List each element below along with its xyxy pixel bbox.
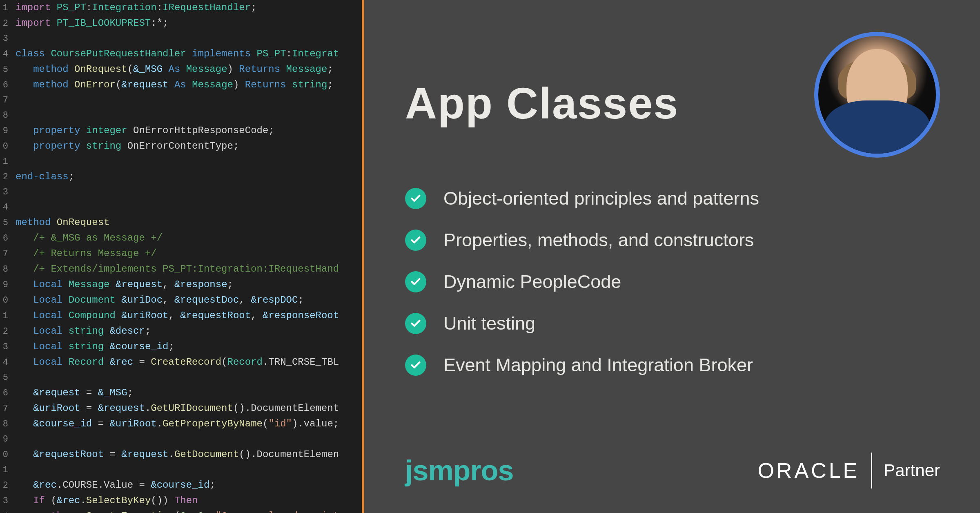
line-number: 8: [0, 108, 16, 123]
line-number: 2: [0, 324, 16, 339]
code-line: 9 property integer OnErrorHttpResponseCo…: [0, 123, 362, 138]
line-number: 2: [0, 170, 16, 185]
code-line: 9 Local Message &request, &response;: [0, 277, 362, 292]
line-number: 2: [0, 478, 16, 493]
code-text: import PS_PT:Integration:IRequestHandler…: [16, 0, 362, 15]
line-number: 1: [0, 154, 16, 169]
check-icon: [405, 271, 426, 292]
list-item: Dynamic PeopleCode: [405, 271, 936, 292]
code-text: property integer OnErrorHttpResponseCode…: [16, 123, 362, 138]
code-line: 1 Local Compound &uriRoot, &requestRoot,…: [0, 308, 362, 323]
line-number: 7: [0, 246, 16, 261]
code-line: 5method OnRequest: [0, 215, 362, 230]
line-number: 9: [0, 432, 16, 447]
code-line: 3 If (&rec.SelectByKey()) Then: [0, 493, 362, 509]
code-line: 7 &uriRoot = &request.GetURIDocument().D…: [0, 401, 362, 416]
oracle-logo: ORACLE: [757, 458, 860, 483]
info-panel: App Classes Object-oriented principles a…: [364, 0, 980, 513]
code-listing: 1import PS_PT:Integration:IRequestHandle…: [0, 0, 362, 513]
instructor-avatar: [814, 32, 940, 158]
feature-list: Object-oriented principles and patternsP…: [405, 188, 936, 396]
code-line: 5 method OnRequest(&_MSG As Message) Ret…: [0, 62, 362, 77]
code-text: class CoursePutRequestHandler implements…: [16, 46, 362, 61]
line-number: 9: [0, 123, 16, 138]
code-text: Local Message &request, &response;: [16, 277, 362, 292]
code-text: Local string &descr;: [16, 323, 362, 339]
line-number: 3: [0, 185, 16, 200]
code-text: method OnRequest: [16, 215, 362, 230]
list-item-text: Event Mapping and Integration Broker: [443, 355, 753, 376]
code-line: 4 Local Record &rec = CreateRecord(Recor…: [0, 355, 362, 370]
code-line: 4class CoursePutRequestHandler implement…: [0, 46, 362, 62]
code-line: 0 &requestRoot = &request.GetDocument().…: [0, 447, 362, 462]
code-line: 1: [0, 154, 362, 169]
line-number: 5: [0, 215, 16, 230]
code-text: property string OnErrorContentType;: [16, 138, 362, 154]
line-number: 5: [0, 370, 16, 385]
code-text: Local Document &uriDoc, &requestDoc, &re…: [16, 292, 362, 308]
oracle-partner-badge: ORACLE Partner: [757, 453, 940, 488]
code-text: /+ &_MSG as Message +/: [16, 230, 362, 245]
code-line: 7 /+ Returns Message +/: [0, 246, 362, 261]
code-line: 4: [0, 200, 362, 215]
line-number: 7: [0, 93, 16, 108]
code-text: &uriRoot = &request.GetURIDocument().Doc…: [16, 401, 362, 416]
check-icon: [405, 313, 426, 334]
line-number: 3: [0, 493, 16, 509]
list-item: Object-oriented principles and patterns: [405, 188, 936, 209]
code-line: 7: [0, 93, 362, 108]
code-line: 2 &rec.COURSE.Value = &course_id;: [0, 477, 362, 493]
line-number: 7: [0, 401, 16, 416]
code-text: throw CreateException(0, 0, "Course alre…: [16, 509, 362, 513]
code-text: import PT_IB_LOOKUPREST:*;: [16, 16, 362, 31]
line-number: 9: [0, 277, 16, 292]
list-item: Unit testing: [405, 313, 936, 334]
line-number: 4: [0, 355, 16, 370]
check-icon: [405, 355, 426, 376]
list-item-text: Object-oriented principles and patterns: [443, 188, 759, 209]
code-text: /+ Returns Message +/: [16, 246, 362, 261]
line-number: 4: [0, 509, 16, 513]
code-line: 8: [0, 108, 362, 123]
list-item-text: Unit testing: [443, 313, 535, 334]
code-line: 1import PS_PT:Integration:IRequestHandle…: [0, 0, 362, 16]
code-line: 3: [0, 185, 362, 200]
line-number: 3: [0, 31, 16, 46]
code-line: 2end-class;: [0, 169, 362, 185]
code-text: Local Record &rec = CreateRecord(Record.…: [16, 355, 362, 370]
footer-logos: jsmpros ORACLE Partner: [405, 453, 940, 488]
code-line: 1: [0, 462, 362, 477]
line-number: 3: [0, 339, 16, 355]
code-text: method OnError(&request As Message) Retu…: [16, 77, 362, 92]
code-line: 9: [0, 432, 362, 447]
code-line: 6 method OnError(&request As Message) Re…: [0, 77, 362, 93]
code-text: &requestRoot = &request.GetDocument().Do…: [16, 447, 362, 462]
list-item-text: Properties, methods, and constructors: [443, 230, 754, 251]
line-number: 6: [0, 386, 16, 401]
code-text: &rec.COURSE.Value = &course_id;: [16, 477, 362, 493]
code-line: 5: [0, 370, 362, 385]
list-item-text: Dynamic PeopleCode: [443, 271, 621, 292]
check-icon: [405, 188, 426, 209]
code-text: &request = &_MSG;: [16, 385, 362, 400]
code-text: end-class;: [16, 169, 362, 184]
line-number: 6: [0, 78, 16, 93]
page-title: App Classes: [405, 78, 679, 129]
code-text: /+ Extends/implements PS_PT:Integration:…: [16, 261, 362, 277]
code-line: 3: [0, 31, 362, 46]
line-number: 6: [0, 231, 16, 246]
line-number: 2: [0, 16, 16, 31]
line-number: 8: [0, 262, 16, 277]
line-number: 4: [0, 200, 16, 215]
line-number: 0: [0, 139, 16, 154]
code-line: 6 &request = &_MSG;: [0, 385, 362, 401]
code-line: 8 &course_id = &uriRoot.GetPropertyByNam…: [0, 416, 362, 432]
code-text: Local Compound &uriRoot, &requestRoot, &…: [16, 308, 362, 323]
code-line: 4 throw CreateException(0, 0, "Course al…: [0, 509, 362, 513]
code-text: method OnRequest(&_MSG As Message) Retur…: [16, 62, 362, 77]
code-text: Local string &course_id;: [16, 339, 362, 354]
code-text: If (&rec.SelectByKey()) Then: [16, 493, 362, 508]
code-panel: 1import PS_PT:Integration:IRequestHandle…: [0, 0, 362, 513]
code-line: 2 Local string &descr;: [0, 323, 362, 339]
line-number: 5: [0, 62, 16, 77]
